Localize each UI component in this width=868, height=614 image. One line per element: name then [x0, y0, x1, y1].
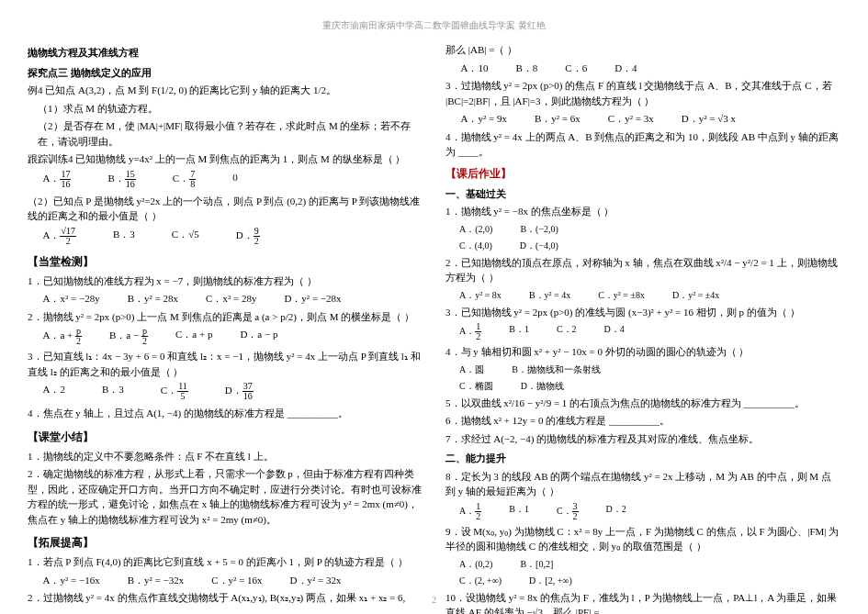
opt-c: C．a + p [175, 327, 212, 346]
opt-b: B．[0,2] [520, 557, 553, 571]
opt-a: A．x² = −28y [43, 291, 100, 307]
hw-q4: 4．与 y 轴相切和圆 x² + y² − 10x = 0 外切的动圆的圆心的轨… [445, 344, 840, 360]
example4b-stem: （2）已知点 P 是抛物线 y²=2x 上的一个动点，则点 P 到点 (0,2)… [28, 194, 423, 224]
opt-d: D．y² = ±4x [672, 288, 719, 302]
opt-c: C．y² = ±8x [598, 288, 645, 302]
opt-c: C．x² = 28y [206, 291, 256, 307]
opt-c: C．(4,0) [459, 239, 492, 252]
opt-d: D．y² = −28x [284, 291, 341, 307]
class-summary-heading: 【课堂小结】 [28, 429, 423, 445]
hw-q2-options: A．y² = 8x B．y² = 4x C．y² = ±8x D．y² = ±4… [459, 288, 840, 302]
ext-q2-cont: 那么 |AB| =（ ） [445, 42, 840, 58]
hw-q9: 9．设 M(x₀, y₀) 为抛物线 C：x² = 8y 上一点，F 为抛物线 … [445, 524, 840, 554]
ext-q4: 4．抛物线 y² = 4x 上的两点 A、B 到焦点的距离之和为 10，则线段 … [445, 129, 840, 160]
example4-q2: （2）是否存在 M，使 |MA|+|MF| 取得最小值？若存在，求此时点 M 的… [28, 118, 423, 149]
hw-q1-options: A．(2,0) B．(−2,0) [459, 222, 840, 236]
opt-d: D．2 [606, 502, 626, 521]
ct-q3-options: A．2 B．3 C．115 D．3716 [43, 382, 423, 401]
opt-b: B．y² = 4x [529, 288, 570, 302]
opt-b: B．3 [113, 227, 135, 246]
opt-d: D．4 [604, 322, 625, 341]
ext-q2-options: A．10 B．8 C．6 D．4 [461, 61, 841, 76]
opt-a: A．y² = −16x [43, 573, 100, 588]
classroom-test-heading: 【当堂检测】 [28, 253, 423, 270]
hw-q9-options-2: C．(2, +∞) D．[2, +∞) [459, 574, 840, 587]
ct-q2-options: A．a + p2 B．a − p2 C．a + p D．a − p [43, 327, 423, 346]
opt-a: A．2 [43, 382, 65, 401]
opt-d: D．y² = √3 x [682, 111, 736, 127]
hw-q8: 8．定长为 3 的线段 AB 的两个端点在抛物线 y² = 2x 上移动，M 为… [445, 469, 840, 499]
opt-b: B．8 [515, 61, 537, 76]
opt-b: B．抛物线和一条射线 [512, 363, 601, 376]
ext-q3-options: A．y² = 9x B．y² = 6x C．y² = 3x D．y² = √3 … [461, 111, 841, 127]
opt-c: C．115 [161, 382, 188, 401]
ct-q1-options: A．x² = −28y B．y² = 28x C．x² = 28y D．y² =… [43, 291, 423, 307]
hw-q8-options: A．12 B．1 C．32 D．2 [459, 502, 840, 521]
ct-q2: 2．抛物线 y² = 2px (p>0) 上一点 M 到焦点的距离是 a (a … [28, 309, 423, 325]
hw-q4-options-2: C．椭圆 D．抛物线 [459, 379, 840, 393]
opt-a: A．y² = 9x [461, 111, 507, 127]
hw-q7: 7．求经过 A(−2, −4) 的抛物线的标准方程及其对应的准线、焦点坐标。 [445, 431, 840, 447]
opt-d: D．[2, +∞) [529, 574, 572, 587]
opt-b: B．y² = 28x [128, 291, 178, 307]
explore-3-title: 探究点三 抛物线定义的应用 [28, 65, 423, 81]
ext-q1: 1．若点 P 到点 F(4,0) 的距离比它到直线 x + 5 = 0 的距离小… [28, 554, 423, 570]
opt-b: B．1516 [107, 170, 135, 189]
hw-ability-heading: 二、能力提升 [445, 451, 840, 466]
hw-q3-options: A．12 B．1 C．2 D．4 [459, 322, 840, 341]
opt-b: B．3 [102, 382, 124, 401]
opt-a: A．(2,0) [459, 222, 492, 236]
hw-basic-heading: 一、基础过关 [445, 186, 840, 202]
opt-c: C．2 [557, 322, 577, 341]
opt-a: A．12 [459, 502, 481, 521]
hw-q6: 6．抛物线 x² + 12y = 0 的准线方程是 __________。 [445, 413, 840, 429]
example4-q1: （1）求点 M 的轨迹方程。 [28, 101, 423, 117]
ext-q3: 3．过抛物线 y² = 2px (p>0) 的焦点 F 的直线 l 交抛物线于点… [445, 78, 840, 108]
ct-q4: 4．焦点在 y 轴上，且过点 A(1, −4) 的抛物线的标准方程是 _____… [28, 406, 423, 421]
ext-q2: 2．过抛物线 y² = 4x 的焦点作直线交抛物线于 A(x₁,y₁), B(x… [28, 590, 423, 606]
opt-d: D．a − p [240, 327, 277, 346]
topic-title: 抛物线方程及其准线方程 [28, 45, 423, 61]
opt-a: A．圆 [459, 363, 484, 376]
opt-c: C．y² = 16x [211, 573, 262, 588]
hw-q5: 5．以双曲线 x²/16 − y²/9 = 1 的右顶点为焦点的抛物线的标准方程… [445, 396, 840, 411]
opt-d: D．y² = 32x [290, 573, 342, 588]
opt-b: B．y² = −32x [128, 573, 185, 588]
hw-q9-options: A．(0,2) B．[0,2] [459, 557, 840, 571]
hw-q1-options-2: C．(4,0) D．(−4,0) [459, 239, 840, 252]
opt-a: A．(0,2) [459, 557, 492, 571]
page-number: 2 [432, 593, 436, 607]
opt-c: C．(2, +∞) [459, 574, 502, 587]
opt-c: C．32 [557, 502, 579, 521]
opt-d: D．3716 [225, 382, 254, 401]
ct-q3: 3．已知直线 l₁：4x − 3y + 6 = 0 和直线 l₂：x = −1，… [28, 349, 423, 379]
opt-a: A．10 [461, 61, 489, 76]
follow4-options: A．1716 B．1516 C．78 0 [43, 170, 423, 189]
opt-c: C．6 [565, 61, 587, 76]
two-column-layout: 抛物线方程及其准线方程 探究点三 抛物线定义的应用 例4 已知点 A(3,2)，… [28, 39, 840, 614]
hw-q1: 1．抛物线 y² = −8x 的焦点坐标是（ ） [445, 204, 840, 219]
opt-a: A．12 [459, 322, 481, 341]
opt-c: C．椭圆 [459, 379, 493, 393]
opt-c: C．y² = 3x [608, 111, 654, 127]
follow4-stem: 跟踪训练4 已知抛物线 y=4x² 上的一点 M 到焦点的距离为 1，则点 M … [28, 151, 423, 167]
opt-a: A．a + p2 [43, 327, 83, 346]
opt-d: D．4 [614, 61, 637, 76]
opt-b: B．1 [509, 502, 529, 521]
opt-a: A．√172 [43, 227, 76, 246]
opt-b: B．y² = 6x [535, 111, 581, 127]
example4b-options: A．√172 B．3 C．√5 D．92 [43, 227, 423, 246]
right-column: 那么 |AB| =（ ） A．10 B．8 C．6 D．4 3．过抛物线 y² … [445, 39, 840, 614]
doc-header: 重庆市渝南田家炳中学高二数学圆锥曲线导学案 黄红艳 [28, 18, 840, 32]
opt-b: B．a − p2 [109, 327, 148, 346]
opt-c: C．78 [173, 170, 196, 189]
extension-heading: 【拓展提高】 [28, 534, 423, 551]
ct-q1: 1．已知抛物线的准线方程为 x = −7，则抛物线的标准方程为（ ） [28, 274, 423, 289]
summary-1: 1．抛物线的定义中不要忽略条件：点 F 不在直线 l 上。 [28, 449, 423, 464]
opt-c: C．√5 [172, 227, 199, 246]
left-column: 抛物线方程及其准线方程 探究点三 抛物线定义的应用 例4 已知点 A(3,2)，… [28, 39, 423, 614]
opt-a: A．y² = 8x [459, 288, 502, 302]
opt-d: D．(−4,0) [520, 239, 558, 252]
homework-heading: 【课后作业】 [445, 165, 840, 182]
opt-d: 0 [232, 170, 238, 189]
